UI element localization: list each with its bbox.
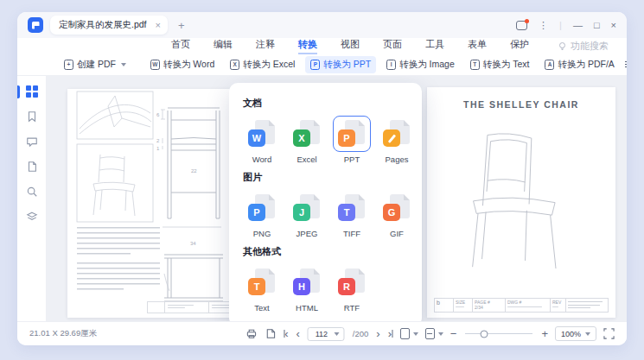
dwg-label: DWG #	[507, 300, 521, 305]
new-tab-button[interactable]: +	[178, 19, 185, 32]
document-viewport[interactable]: 6 2 1 22 34	[47, 76, 627, 321]
close-button[interactable]: ×	[611, 20, 616, 30]
convert-label: 转换为 Excel	[243, 59, 295, 71]
left-sidebar	[17, 76, 47, 321]
page-number-box[interactable]	[308, 327, 345, 341]
active-indicator	[17, 85, 20, 98]
convert-button-2[interactable]: P转换为 PPT	[305, 56, 376, 73]
create-pdf-button[interactable]: + 创建 PDF	[59, 56, 131, 73]
zoom-out-button[interactable]: −	[450, 328, 457, 339]
document-size-label: 21.01 X 29.69厘米	[29, 328, 97, 339]
format-option-excel[interactable]: XExcel	[288, 116, 326, 164]
minimize-button[interactable]: —	[573, 20, 583, 30]
menu-item-1[interactable]: 编辑	[214, 38, 233, 54]
page-icon[interactable]	[25, 160, 39, 174]
convert-button-1[interactable]: X转换为 Excel	[225, 56, 300, 73]
menu-item-7[interactable]: 表单	[468, 38, 487, 54]
gif-file-icon: G	[383, 194, 411, 222]
convert-icon: W	[150, 60, 160, 70]
zoom-level-select[interactable]: 100%	[555, 326, 596, 341]
next-page-button[interactable]: ›	[376, 328, 379, 339]
format-option-word[interactable]: WWord	[243, 116, 281, 164]
lightbulb-icon	[558, 41, 567, 51]
format-option-png[interactable]: PPNG	[243, 190, 281, 238]
format-option-html[interactable]: HHTML	[288, 264, 326, 313]
format-option-rtf[interactable]: RRTF	[333, 264, 371, 313]
thumbnails-panel-icon[interactable]	[25, 85, 39, 98]
toolbar: + 创建 PDF W转换为 WordX转换为 ExcelP转换为 PPTI转换为…	[17, 54, 627, 76]
previous-page-button[interactable]: ‹	[296, 328, 300, 339]
format-option-jpeg[interactable]: JJPEG	[288, 190, 326, 238]
convert-format-panel: 文档WWordXExcelPPPTPages图片PPNGJJPEGTTIFFGG…	[229, 83, 422, 321]
format-option-tiff[interactable]: TTIFF	[333, 190, 371, 238]
html-file-icon: H	[293, 268, 321, 296]
convert-button-3[interactable]: I转换为 Image	[381, 56, 460, 73]
page-number-input[interactable]	[313, 330, 330, 338]
page-navigation: ‹ ‹ /200 › ›	[245, 322, 392, 345]
tab-close-icon[interactable]: ×	[156, 20, 161, 30]
more-button[interactable]: 更多	[620, 56, 627, 73]
last-page-button[interactable]: ›	[388, 328, 393, 339]
zoom-in-button[interactable]: +	[541, 328, 548, 339]
search-icon[interactable]	[25, 185, 39, 199]
format-label: TIFF	[343, 229, 360, 238]
chair-line-drawing	[427, 113, 615, 286]
chevron-down-icon	[438, 332, 443, 336]
total-pages-label: /200	[353, 329, 369, 338]
format-label: HTML	[296, 303, 318, 313]
comment-icon[interactable]	[25, 135, 39, 148]
ppt-file-icon: P	[338, 120, 366, 148]
maximize-button[interactable]: □	[594, 20, 600, 30]
pdf-page-right[interactable]: THE SHELLEY CHAIR	[427, 87, 615, 318]
menu-item-6[interactable]: 工具	[425, 38, 444, 54]
zoom-controls: − + 100%	[400, 326, 615, 341]
print-icon[interactable]	[245, 328, 257, 339]
page-view-mode-button[interactable]	[400, 328, 418, 339]
dimension-label: 1	[156, 146, 160, 151]
chevron-down-icon	[335, 332, 340, 336]
convert-button-0[interactable]: W转换为 Word	[145, 56, 220, 73]
format-option-ppt[interactable]: PPPT	[333, 116, 371, 164]
word-file-icon: W	[248, 120, 276, 148]
more-icon	[625, 60, 627, 70]
bookmark-icon[interactable]	[25, 110, 39, 123]
zoom-slider[interactable]	[465, 333, 532, 335]
menu-item-2[interactable]: 注释	[256, 38, 275, 54]
first-page-button[interactable]: ‹	[284, 328, 289, 339]
convert-icon: P	[310, 60, 320, 70]
convert-label: 转换为 PDF/A	[558, 59, 614, 71]
dimension-label: 22	[191, 168, 197, 174]
menu-item-3[interactable]: 转换	[298, 38, 317, 54]
page-heading: THE SHELLEY CHAIR	[427, 99, 615, 110]
menu-item-8[interactable]: 保护	[510, 38, 529, 54]
format-label: Pages	[386, 155, 409, 164]
menu-item-5[interactable]: 页面	[383, 38, 402, 54]
zoom-slider-knob[interactable]	[481, 330, 488, 338]
window-controls: ⋮ | — □ ×	[516, 20, 616, 31]
panel-section-title-0: 文档	[243, 97, 408, 110]
dimension-label: 2	[156, 138, 160, 143]
zoom-level-value: 100%	[561, 330, 581, 338]
menu-item-4[interactable]: 视图	[341, 38, 360, 54]
document-tab[interactable]: 定制家具的发展史.pdf ×	[50, 16, 168, 35]
convert-button-5[interactable]: A转换为 PDF/A	[539, 56, 619, 73]
more-options-icon[interactable]: ⋮	[539, 20, 548, 31]
panel-section-title-1: 图片	[243, 171, 408, 184]
snapshot-icon[interactable]	[265, 328, 276, 339]
layers-icon[interactable]	[25, 210, 39, 224]
format-option-gif[interactable]: GGIF	[378, 190, 416, 238]
share-notification-icon[interactable]	[516, 21, 527, 30]
format-option-pages[interactable]: Pages	[378, 116, 416, 164]
fit-mode-button[interactable]	[425, 328, 443, 339]
format-label: Text	[254, 303, 269, 313]
panel-section-title-2: 其他格式	[243, 245, 408, 258]
convert-button-4[interactable]: T转换为 Text	[465, 56, 535, 73]
format-option-text[interactable]: TText	[243, 264, 281, 313]
panel-grid-1: PPNGJJPEGTTIFFGGIF	[243, 190, 408, 238]
menu-item-0[interactable]: 首页	[171, 38, 190, 54]
fit-screen-icon[interactable]	[603, 328, 615, 339]
text-file-icon: T	[248, 268, 276, 296]
png-file-icon: P	[248, 194, 276, 222]
single-page-view-icon	[400, 328, 410, 339]
feature-search[interactable]: 功能搜索	[558, 40, 609, 53]
